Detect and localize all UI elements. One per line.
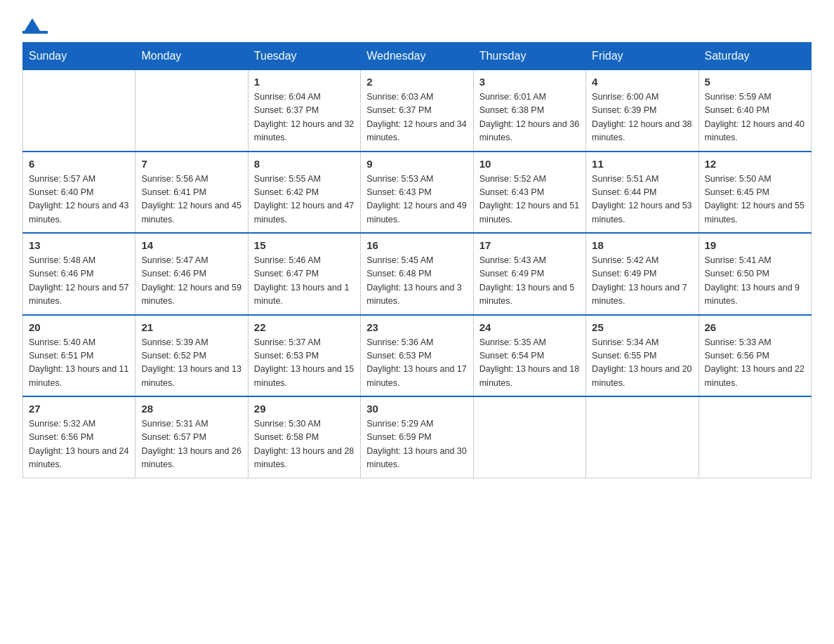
day-info: Sunrise: 5:42 AMSunset: 6:49 PMDaylight:… — [592, 254, 692, 309]
day-number: 30 — [366, 403, 467, 415]
day-info: Sunrise: 6:04 AMSunset: 6:37 PMDaylight:… — [254, 90, 355, 145]
day-info: Sunrise: 5:29 AMSunset: 6:59 PMDaylight:… — [366, 417, 467, 472]
calendar-cell-1-1 — [23, 70, 135, 152]
calendar-cell-3-4: 16Sunrise: 5:45 AMSunset: 6:48 PMDayligh… — [361, 233, 473, 315]
day-number: 19 — [705, 239, 805, 251]
day-number: 27 — [29, 403, 129, 415]
day-info: Sunrise: 5:35 AMSunset: 6:54 PMDaylight:… — [479, 336, 580, 391]
calendar-cell-4-3: 22Sunrise: 5:37 AMSunset: 6:53 PMDayligh… — [248, 315, 360, 397]
day-info: Sunrise: 5:31 AMSunset: 6:57 PMDaylight:… — [141, 417, 241, 472]
day-info: Sunrise: 5:45 AMSunset: 6:48 PMDaylight:… — [366, 254, 467, 309]
day-number: 12 — [705, 158, 805, 170]
calendar-table: SundayMondayTuesdayWednesdayThursdayFrid… — [22, 42, 812, 478]
calendar-cell-4-7: 26Sunrise: 5:33 AMSunset: 6:56 PMDayligh… — [699, 315, 811, 397]
calendar-cell-1-7: 5Sunrise: 5:59 AMSunset: 6:40 PMDaylight… — [699, 70, 811, 152]
calendar-cell-3-2: 14Sunrise: 5:47 AMSunset: 6:46 PMDayligh… — [135, 233, 248, 315]
logo — [22, 17, 51, 34]
day-number: 8 — [254, 158, 355, 170]
day-number: 1 — [254, 76, 355, 88]
day-info: Sunrise: 5:48 AMSunset: 6:46 PMDaylight:… — [29, 254, 129, 309]
calendar-header-wednesday: Wednesday — [361, 43, 473, 70]
calendar-cell-2-5: 10Sunrise: 5:52 AMSunset: 6:43 PMDayligh… — [473, 152, 585, 234]
calendar-cell-5-3: 29Sunrise: 5:30 AMSunset: 6:58 PMDayligh… — [248, 396, 360, 478]
calendar-cell-4-4: 23Sunrise: 5:36 AMSunset: 6:53 PMDayligh… — [361, 315, 473, 397]
day-info: Sunrise: 5:41 AMSunset: 6:50 PMDaylight:… — [705, 254, 805, 309]
calendar-cell-2-7: 12Sunrise: 5:50 AMSunset: 6:45 PMDayligh… — [699, 152, 811, 234]
calendar-header-monday: Monday — [135, 43, 248, 70]
calendar-week-3: 13Sunrise: 5:48 AMSunset: 6:46 PMDayligh… — [23, 233, 812, 315]
calendar-cell-2-6: 11Sunrise: 5:51 AMSunset: 6:44 PMDayligh… — [586, 152, 699, 234]
day-number: 25 — [592, 321, 692, 333]
calendar-header-tuesday: Tuesday — [248, 43, 360, 70]
day-info: Sunrise: 5:47 AMSunset: 6:46 PMDaylight:… — [141, 254, 241, 309]
day-info: Sunrise: 5:53 AMSunset: 6:43 PMDaylight:… — [366, 173, 467, 227]
logo-bar — [22, 31, 48, 34]
day-number: 3 — [479, 76, 580, 88]
calendar-cell-4-5: 24Sunrise: 5:35 AMSunset: 6:54 PMDayligh… — [473, 315, 585, 397]
day-number: 11 — [592, 158, 692, 170]
logo-triangle-icon — [25, 18, 40, 31]
calendar-header-thursday: Thursday — [473, 43, 585, 70]
day-number: 16 — [366, 239, 467, 251]
calendar-cell-2-2: 7Sunrise: 5:56 AMSunset: 6:41 PMDaylight… — [135, 152, 248, 234]
day-number: 9 — [366, 158, 467, 170]
day-number: 22 — [254, 321, 355, 333]
day-info: Sunrise: 6:00 AMSunset: 6:39 PMDaylight:… — [592, 90, 692, 145]
calendar-week-5: 27Sunrise: 5:32 AMSunset: 6:56 PMDayligh… — [23, 396, 812, 478]
day-number: 15 — [254, 239, 355, 251]
day-info: Sunrise: 6:03 AMSunset: 6:37 PMDaylight:… — [366, 90, 467, 145]
day-info: Sunrise: 5:30 AMSunset: 6:58 PMDaylight:… — [254, 417, 355, 472]
day-info: Sunrise: 5:32 AMSunset: 6:56 PMDaylight:… — [29, 417, 129, 472]
day-number: 2 — [366, 76, 467, 88]
day-info: Sunrise: 5:59 AMSunset: 6:40 PMDaylight:… — [705, 90, 805, 145]
day-number: 26 — [705, 321, 805, 333]
calendar-cell-1-5: 3Sunrise: 6:01 AMSunset: 6:38 PMDaylight… — [473, 70, 585, 152]
calendar-header-sunday: Sunday — [23, 43, 135, 70]
day-number: 29 — [254, 403, 355, 415]
calendar-cell-5-6 — [586, 396, 699, 478]
calendar-week-1: 1Sunrise: 6:04 AMSunset: 6:37 PMDaylight… — [23, 70, 812, 152]
day-info: Sunrise: 5:56 AMSunset: 6:41 PMDaylight:… — [141, 173, 241, 227]
day-number: 14 — [141, 239, 241, 251]
day-number: 24 — [479, 321, 580, 333]
day-number: 10 — [479, 158, 580, 170]
day-number: 23 — [366, 321, 467, 333]
day-number: 7 — [141, 158, 241, 170]
day-info: Sunrise: 5:51 AMSunset: 6:44 PMDaylight:… — [592, 173, 692, 227]
day-info: Sunrise: 5:55 AMSunset: 6:42 PMDaylight:… — [254, 173, 355, 227]
day-info: Sunrise: 5:34 AMSunset: 6:55 PMDaylight:… — [592, 336, 692, 391]
day-info: Sunrise: 5:57 AMSunset: 6:40 PMDaylight:… — [29, 173, 129, 227]
calendar-cell-4-6: 25Sunrise: 5:34 AMSunset: 6:55 PMDayligh… — [586, 315, 699, 397]
calendar-header-saturday: Saturday — [699, 43, 811, 70]
calendar-cell-5-2: 28Sunrise: 5:31 AMSunset: 6:57 PMDayligh… — [135, 396, 248, 478]
day-number: 28 — [141, 403, 241, 415]
calendar-cell-2-3: 8Sunrise: 5:55 AMSunset: 6:42 PMDaylight… — [248, 152, 360, 234]
calendar-week-4: 20Sunrise: 5:40 AMSunset: 6:51 PMDayligh… — [23, 315, 812, 397]
calendar-cell-3-7: 19Sunrise: 5:41 AMSunset: 6:50 PMDayligh… — [699, 233, 811, 315]
calendar-week-2: 6Sunrise: 5:57 AMSunset: 6:40 PMDaylight… — [23, 152, 812, 234]
day-number: 13 — [29, 239, 129, 251]
calendar-cell-3-3: 15Sunrise: 5:46 AMSunset: 6:47 PMDayligh… — [248, 233, 360, 315]
calendar-cell-1-4: 2Sunrise: 6:03 AMSunset: 6:37 PMDaylight… — [361, 70, 473, 152]
calendar-cell-3-5: 17Sunrise: 5:43 AMSunset: 6:49 PMDayligh… — [473, 233, 585, 315]
day-info: Sunrise: 5:33 AMSunset: 6:56 PMDaylight:… — [705, 336, 805, 391]
day-number: 20 — [29, 321, 129, 333]
calendar-cell-1-3: 1Sunrise: 6:04 AMSunset: 6:37 PMDaylight… — [248, 70, 360, 152]
calendar-cell-4-2: 21Sunrise: 5:39 AMSunset: 6:52 PMDayligh… — [135, 315, 248, 397]
calendar-cell-2-1: 6Sunrise: 5:57 AMSunset: 6:40 PMDaylight… — [23, 152, 135, 234]
svg-marker-0 — [25, 18, 40, 31]
calendar-cell-1-6: 4Sunrise: 6:00 AMSunset: 6:39 PMDaylight… — [586, 70, 699, 152]
day-info: Sunrise: 5:52 AMSunset: 6:43 PMDaylight:… — [479, 173, 580, 227]
day-number: 18 — [592, 239, 692, 251]
calendar-cell-5-4: 30Sunrise: 5:29 AMSunset: 6:59 PMDayligh… — [361, 396, 473, 478]
calendar-cell-2-4: 9Sunrise: 5:53 AMSunset: 6:43 PMDaylight… — [361, 152, 473, 234]
calendar-cell-5-1: 27Sunrise: 5:32 AMSunset: 6:56 PMDayligh… — [23, 396, 135, 478]
day-number: 6 — [29, 158, 129, 170]
day-info: Sunrise: 5:46 AMSunset: 6:47 PMDaylight:… — [254, 254, 355, 309]
page-header — [22, 17, 812, 34]
day-number: 17 — [479, 239, 580, 251]
day-info: Sunrise: 5:40 AMSunset: 6:51 PMDaylight:… — [29, 336, 129, 391]
day-number: 5 — [705, 76, 805, 88]
day-number: 21 — [141, 321, 241, 333]
calendar-cell-5-5 — [473, 396, 585, 478]
